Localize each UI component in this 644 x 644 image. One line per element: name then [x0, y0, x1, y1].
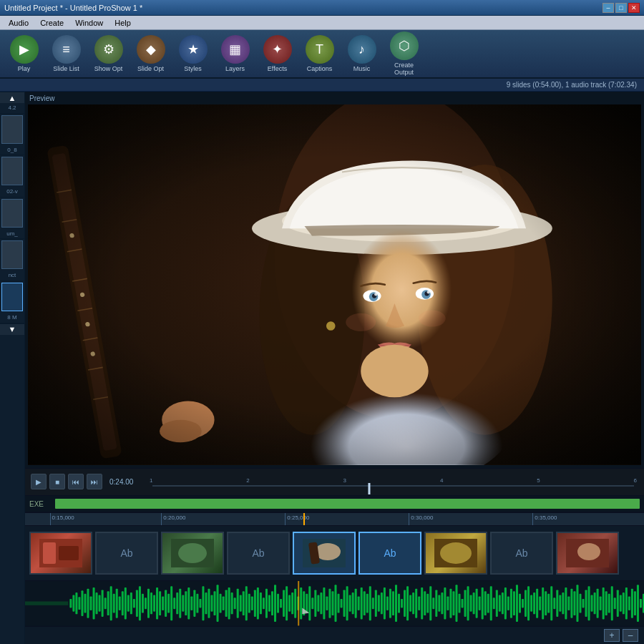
- sidebar-scroll-down[interactable]: ▼: [0, 323, 24, 335]
- slide-thumb-6[interactable]: Ab: [358, 532, 421, 575]
- effects-button[interactable]: ✦ Effects: [258, 33, 297, 74]
- svg-rect-247: [631, 589, 633, 618]
- slide-list-button[interactable]: ≡ Slide List: [47, 33, 86, 74]
- play-icon: ▶: [10, 35, 39, 64]
- sidebar-scroll-up[interactable]: ▲: [0, 92, 24, 103]
- slide-thumb-3[interactable]: [161, 532, 224, 575]
- play-control-button[interactable]: ▶: [31, 474, 47, 489]
- add-button[interactable]: +: [604, 629, 620, 642]
- show-opt-button[interactable]: ⚙ Show Opt: [89, 33, 128, 74]
- svg-rect-151: [355, 589, 357, 618]
- prev-button[interactable]: ⏮: [68, 474, 84, 489]
- slide-thumb-4[interactable]: Ab: [227, 532, 290, 575]
- layers-icon: ▦: [221, 35, 250, 64]
- svg-rect-236: [600, 597, 602, 611]
- svg-rect-207: [516, 585, 518, 623]
- svg-rect-72: [127, 595, 130, 612]
- svg-rect-224: [565, 587, 567, 620]
- svg-rect-90: [179, 589, 181, 618]
- captions-button[interactable]: T Captions: [300, 33, 339, 74]
- svg-rect-124: [277, 594, 279, 613]
- svg-rect-135: [308, 586, 311, 620]
- svg-rect-67: [113, 594, 115, 613]
- next-button[interactable]: ⏭: [87, 474, 102, 489]
- slide-thumb-7[interactable]: [424, 532, 487, 575]
- svg-rect-173: [418, 597, 420, 611]
- svg-rect-137: [314, 590, 316, 617]
- svg-rect-215: [539, 597, 541, 611]
- svg-rect-37: [28, 104, 641, 465]
- slide-thumb-5[interactable]: [293, 532, 356, 575]
- toolbar: ▶ Play ≡ Slide List ⚙ Show Opt ◆ Slide O…: [0, 30, 644, 79]
- menu-create[interactable]: Create: [34, 17, 69, 29]
- slide-thumb-8[interactable]: Ab: [490, 532, 553, 575]
- sidebar-thumb-1[interactable]: [1, 115, 23, 144]
- svg-rect-232: [588, 586, 590, 620]
- progress-bar[interactable]: [152, 485, 634, 487]
- svg-rect-79: [147, 589, 150, 618]
- svg-rect-132: [300, 587, 302, 620]
- svg-rect-246: [628, 597, 630, 611]
- timeline-cursor: [303, 513, 305, 525]
- svg-rect-129: [291, 592, 293, 614]
- sidebar-label-6: 8 M: [0, 313, 24, 323]
- sidebar-thumb-5[interactable]: [1, 283, 23, 311]
- svg-rect-160: [381, 592, 383, 614]
- svg-rect-175: [424, 592, 426, 616]
- svg-rect-167: [401, 599, 403, 608]
- menu-help[interactable]: Help: [109, 17, 137, 29]
- sidebar-thumb-4[interactable]: [1, 240, 23, 269]
- svg-rect-201: [499, 595, 501, 612]
- ruler-tick-1: 0:15,000: [50, 513, 74, 525]
- svg-rect-235: [597, 589, 599, 618]
- svg-rect-225: [567, 597, 570, 611]
- stop-button[interactable]: ■: [49, 474, 65, 489]
- svg-rect-81: [153, 595, 155, 612]
- music-button[interactable]: ♪ Music: [342, 33, 381, 74]
- svg-rect-53: [72, 595, 74, 612]
- svg-rect-99: [205, 592, 207, 614]
- styles-button[interactable]: ★ Styles: [173, 33, 213, 74]
- svg-rect-220: [553, 597, 555, 609]
- svg-rect-70: [122, 592, 124, 616]
- create-output-label: Create Output: [386, 62, 421, 76]
- close-button[interactable]: ✕: [628, 3, 640, 13]
- minimize-button[interactable]: –: [602, 3, 614, 13]
- svg-rect-143: [331, 592, 333, 616]
- svg-rect-111: [240, 595, 242, 612]
- svg-rect-209: [522, 599, 524, 608]
- svg-rect-144: [335, 585, 337, 623]
- slide-thumb-1[interactable]: [29, 532, 92, 575]
- svg-rect-127: [286, 586, 288, 620]
- svg-rect-200: [496, 590, 498, 617]
- music-icon: ♪: [348, 35, 376, 64]
- menu-window[interactable]: Window: [69, 17, 109, 29]
- slide-opt-label: Slide Opt: [137, 65, 164, 72]
- svg-rect-170: [409, 595, 411, 612]
- svg-rect-205: [510, 589, 512, 618]
- menu-audio[interactable]: Audio: [3, 17, 34, 29]
- svg-rect-84: [162, 597, 164, 611]
- layers-label: Layers: [225, 65, 245, 72]
- layers-button[interactable]: ▦ Layers: [215, 33, 255, 74]
- slide-thumb-9[interactable]: [556, 532, 619, 575]
- svg-rect-161: [384, 587, 386, 620]
- svg-rect-154: [364, 592, 366, 616]
- slide-opt-button[interactable]: ◆ Slide Opt: [131, 33, 170, 74]
- show-opt-label: Show Opt: [94, 65, 123, 72]
- create-output-button[interactable]: ⬡ Create Output: [384, 29, 424, 78]
- menu-bar: Audio Create Window Help: [0, 16, 644, 30]
- slide-thumb-2[interactable]: Ab: [95, 532, 158, 575]
- svg-rect-115: [251, 597, 253, 611]
- svg-rect-216: [542, 587, 544, 620]
- sidebar-thumb-3[interactable]: [1, 199, 23, 228]
- play-button[interactable]: ▶ Play: [4, 33, 44, 74]
- svg-rect-153: [361, 587, 363, 620]
- sidebar-thumb-2[interactable]: [1, 157, 23, 185]
- svg-rect-92: [185, 592, 187, 616]
- svg-rect-241: [614, 597, 616, 609]
- svg-rect-88: [173, 597, 175, 609]
- remove-button[interactable]: –: [623, 629, 638, 642]
- maximize-button[interactable]: □: [615, 3, 627, 13]
- marker-4: 4: [440, 477, 443, 484]
